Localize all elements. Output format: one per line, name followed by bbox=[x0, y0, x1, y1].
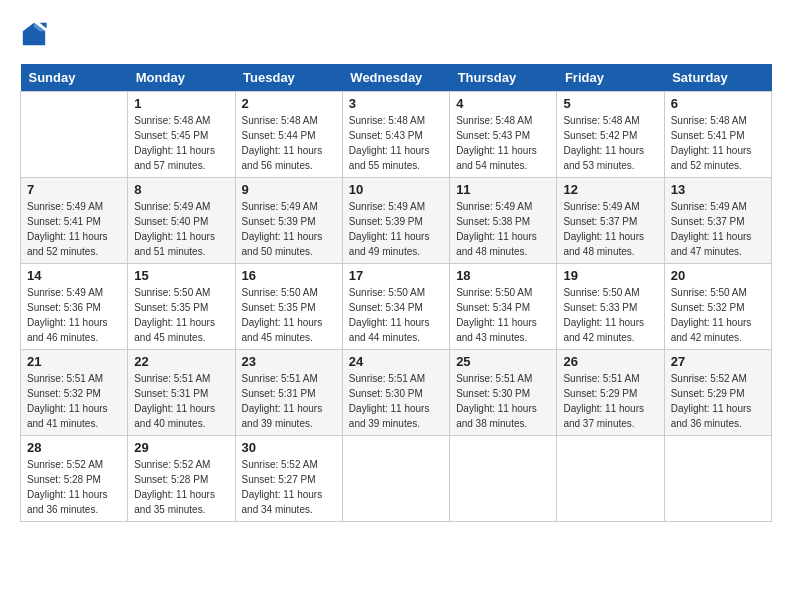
header-day-sunday: Sunday bbox=[21, 64, 128, 92]
day-cell: 10Sunrise: 5:49 AMSunset: 5:39 PMDayligh… bbox=[342, 178, 449, 264]
day-number: 17 bbox=[349, 268, 443, 283]
day-number: 19 bbox=[563, 268, 657, 283]
calendar-body: 1Sunrise: 5:48 AMSunset: 5:45 PMDaylight… bbox=[21, 92, 772, 522]
day-cell: 14Sunrise: 5:49 AMSunset: 5:36 PMDayligh… bbox=[21, 264, 128, 350]
day-detail: Sunrise: 5:49 AMSunset: 5:39 PMDaylight:… bbox=[242, 199, 336, 259]
day-cell: 2Sunrise: 5:48 AMSunset: 5:44 PMDaylight… bbox=[235, 92, 342, 178]
day-detail: Sunrise: 5:48 AMSunset: 5:44 PMDaylight:… bbox=[242, 113, 336, 173]
day-cell: 6Sunrise: 5:48 AMSunset: 5:41 PMDaylight… bbox=[664, 92, 771, 178]
day-detail: Sunrise: 5:51 AMSunset: 5:30 PMDaylight:… bbox=[456, 371, 550, 431]
day-cell: 4Sunrise: 5:48 AMSunset: 5:43 PMDaylight… bbox=[450, 92, 557, 178]
day-cell: 30Sunrise: 5:52 AMSunset: 5:27 PMDayligh… bbox=[235, 436, 342, 522]
day-number: 11 bbox=[456, 182, 550, 197]
day-number: 30 bbox=[242, 440, 336, 455]
day-cell: 1Sunrise: 5:48 AMSunset: 5:45 PMDaylight… bbox=[128, 92, 235, 178]
day-cell: 3Sunrise: 5:48 AMSunset: 5:43 PMDaylight… bbox=[342, 92, 449, 178]
week-row-3: 14Sunrise: 5:49 AMSunset: 5:36 PMDayligh… bbox=[21, 264, 772, 350]
day-cell: 25Sunrise: 5:51 AMSunset: 5:30 PMDayligh… bbox=[450, 350, 557, 436]
header-day-wednesday: Wednesday bbox=[342, 64, 449, 92]
calendar-header: SundayMondayTuesdayWednesdayThursdayFrid… bbox=[21, 64, 772, 92]
day-detail: Sunrise: 5:52 AMSunset: 5:28 PMDaylight:… bbox=[27, 457, 121, 517]
day-cell: 21Sunrise: 5:51 AMSunset: 5:32 PMDayligh… bbox=[21, 350, 128, 436]
day-number: 24 bbox=[349, 354, 443, 369]
day-number: 7 bbox=[27, 182, 121, 197]
day-detail: Sunrise: 5:49 AMSunset: 5:41 PMDaylight:… bbox=[27, 199, 121, 259]
week-row-1: 1Sunrise: 5:48 AMSunset: 5:45 PMDaylight… bbox=[21, 92, 772, 178]
day-cell: 23Sunrise: 5:51 AMSunset: 5:31 PMDayligh… bbox=[235, 350, 342, 436]
day-detail: Sunrise: 5:51 AMSunset: 5:29 PMDaylight:… bbox=[563, 371, 657, 431]
day-cell: 20Sunrise: 5:50 AMSunset: 5:32 PMDayligh… bbox=[664, 264, 771, 350]
day-detail: Sunrise: 5:48 AMSunset: 5:42 PMDaylight:… bbox=[563, 113, 657, 173]
day-number: 12 bbox=[563, 182, 657, 197]
day-detail: Sunrise: 5:48 AMSunset: 5:41 PMDaylight:… bbox=[671, 113, 765, 173]
calendar-table: SundayMondayTuesdayWednesdayThursdayFrid… bbox=[20, 64, 772, 522]
day-detail: Sunrise: 5:49 AMSunset: 5:37 PMDaylight:… bbox=[563, 199, 657, 259]
day-detail: Sunrise: 5:49 AMSunset: 5:37 PMDaylight:… bbox=[671, 199, 765, 259]
header-day-saturday: Saturday bbox=[664, 64, 771, 92]
day-cell: 12Sunrise: 5:49 AMSunset: 5:37 PMDayligh… bbox=[557, 178, 664, 264]
day-cell bbox=[664, 436, 771, 522]
day-detail: Sunrise: 5:48 AMSunset: 5:43 PMDaylight:… bbox=[349, 113, 443, 173]
day-cell: 13Sunrise: 5:49 AMSunset: 5:37 PMDayligh… bbox=[664, 178, 771, 264]
day-number: 22 bbox=[134, 354, 228, 369]
week-row-4: 21Sunrise: 5:51 AMSunset: 5:32 PMDayligh… bbox=[21, 350, 772, 436]
day-cell bbox=[450, 436, 557, 522]
day-detail: Sunrise: 5:52 AMSunset: 5:27 PMDaylight:… bbox=[242, 457, 336, 517]
day-number: 5 bbox=[563, 96, 657, 111]
day-cell: 11Sunrise: 5:49 AMSunset: 5:38 PMDayligh… bbox=[450, 178, 557, 264]
day-detail: Sunrise: 5:48 AMSunset: 5:43 PMDaylight:… bbox=[456, 113, 550, 173]
day-number: 25 bbox=[456, 354, 550, 369]
header-day-friday: Friday bbox=[557, 64, 664, 92]
day-detail: Sunrise: 5:51 AMSunset: 5:32 PMDaylight:… bbox=[27, 371, 121, 431]
day-cell bbox=[21, 92, 128, 178]
day-number: 2 bbox=[242, 96, 336, 111]
day-number: 29 bbox=[134, 440, 228, 455]
day-detail: Sunrise: 5:50 AMSunset: 5:34 PMDaylight:… bbox=[456, 285, 550, 345]
svg-marker-1 bbox=[40, 23, 47, 29]
day-number: 16 bbox=[242, 268, 336, 283]
header-day-monday: Monday bbox=[128, 64, 235, 92]
day-cell: 24Sunrise: 5:51 AMSunset: 5:30 PMDayligh… bbox=[342, 350, 449, 436]
day-number: 28 bbox=[27, 440, 121, 455]
header-row: SundayMondayTuesdayWednesdayThursdayFrid… bbox=[21, 64, 772, 92]
day-number: 8 bbox=[134, 182, 228, 197]
day-cell: 15Sunrise: 5:50 AMSunset: 5:35 PMDayligh… bbox=[128, 264, 235, 350]
day-number: 9 bbox=[242, 182, 336, 197]
day-detail: Sunrise: 5:50 AMSunset: 5:35 PMDaylight:… bbox=[134, 285, 228, 345]
day-number: 3 bbox=[349, 96, 443, 111]
day-detail: Sunrise: 5:49 AMSunset: 5:40 PMDaylight:… bbox=[134, 199, 228, 259]
day-number: 6 bbox=[671, 96, 765, 111]
day-number: 10 bbox=[349, 182, 443, 197]
header-day-thursday: Thursday bbox=[450, 64, 557, 92]
day-cell bbox=[342, 436, 449, 522]
day-cell: 8Sunrise: 5:49 AMSunset: 5:40 PMDaylight… bbox=[128, 178, 235, 264]
day-number: 4 bbox=[456, 96, 550, 111]
day-cell bbox=[557, 436, 664, 522]
day-detail: Sunrise: 5:50 AMSunset: 5:35 PMDaylight:… bbox=[242, 285, 336, 345]
day-detail: Sunrise: 5:48 AMSunset: 5:45 PMDaylight:… bbox=[134, 113, 228, 173]
day-cell: 16Sunrise: 5:50 AMSunset: 5:35 PMDayligh… bbox=[235, 264, 342, 350]
day-number: 20 bbox=[671, 268, 765, 283]
day-detail: Sunrise: 5:50 AMSunset: 5:33 PMDaylight:… bbox=[563, 285, 657, 345]
day-detail: Sunrise: 5:49 AMSunset: 5:36 PMDaylight:… bbox=[27, 285, 121, 345]
day-detail: Sunrise: 5:49 AMSunset: 5:39 PMDaylight:… bbox=[349, 199, 443, 259]
day-number: 27 bbox=[671, 354, 765, 369]
day-number: 21 bbox=[27, 354, 121, 369]
day-cell: 22Sunrise: 5:51 AMSunset: 5:31 PMDayligh… bbox=[128, 350, 235, 436]
day-detail: Sunrise: 5:49 AMSunset: 5:38 PMDaylight:… bbox=[456, 199, 550, 259]
day-detail: Sunrise: 5:50 AMSunset: 5:34 PMDaylight:… bbox=[349, 285, 443, 345]
day-detail: Sunrise: 5:50 AMSunset: 5:32 PMDaylight:… bbox=[671, 285, 765, 345]
week-row-5: 28Sunrise: 5:52 AMSunset: 5:28 PMDayligh… bbox=[21, 436, 772, 522]
day-cell: 7Sunrise: 5:49 AMSunset: 5:41 PMDaylight… bbox=[21, 178, 128, 264]
day-detail: Sunrise: 5:51 AMSunset: 5:31 PMDaylight:… bbox=[134, 371, 228, 431]
day-detail: Sunrise: 5:51 AMSunset: 5:30 PMDaylight:… bbox=[349, 371, 443, 431]
day-cell: 5Sunrise: 5:48 AMSunset: 5:42 PMDaylight… bbox=[557, 92, 664, 178]
logo bbox=[20, 20, 52, 48]
day-detail: Sunrise: 5:52 AMSunset: 5:29 PMDaylight:… bbox=[671, 371, 765, 431]
day-number: 26 bbox=[563, 354, 657, 369]
day-number: 14 bbox=[27, 268, 121, 283]
day-detail: Sunrise: 5:52 AMSunset: 5:28 PMDaylight:… bbox=[134, 457, 228, 517]
day-cell: 27Sunrise: 5:52 AMSunset: 5:29 PMDayligh… bbox=[664, 350, 771, 436]
week-row-2: 7Sunrise: 5:49 AMSunset: 5:41 PMDaylight… bbox=[21, 178, 772, 264]
header-day-tuesday: Tuesday bbox=[235, 64, 342, 92]
